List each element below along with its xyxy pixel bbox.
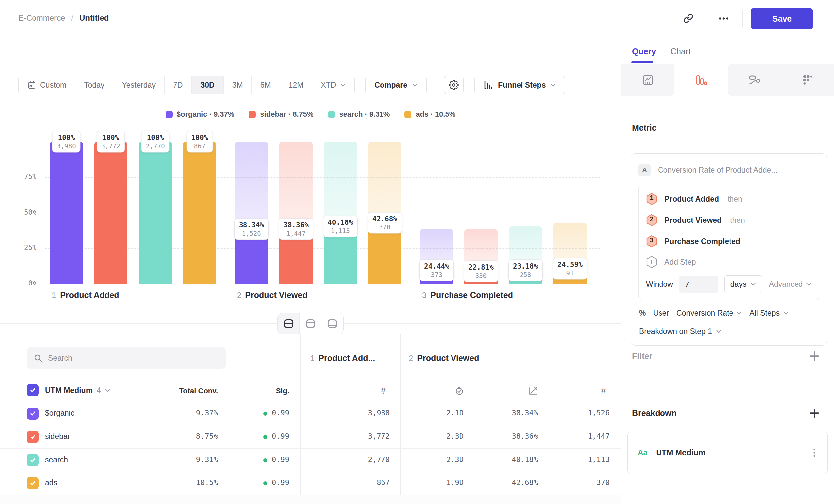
bar-conversion-pct: 22.81% [468, 263, 493, 271]
check-icon [29, 480, 36, 486]
check-icon [29, 434, 36, 440]
breadcrumb-project[interactable]: E-Commerce [18, 13, 65, 23]
range-xtd[interactable]: XTD [312, 76, 354, 94]
chevron-down-icon [806, 282, 812, 286]
more-options-button[interactable] [716, 10, 731, 26]
table-only-view-button[interactable] [322, 313, 343, 334]
split-view-button[interactable] [278, 313, 300, 334]
query-step-row[interactable]: 1Product Addedthen [639, 188, 819, 210]
compare-button[interactable]: Compare [365, 76, 426, 94]
conv-rate-column-icon[interactable] [528, 386, 538, 397]
tab-retention[interactable] [781, 64, 834, 96]
range-7d[interactable]: 7D [164, 76, 192, 94]
window-unit-select[interactable]: days [724, 275, 763, 293]
bar-conversion-pct: 100% [101, 134, 120, 142]
count-column-icon[interactable]: # [381, 386, 386, 396]
add-step-button[interactable]: Add Step [639, 252, 819, 272]
legend-item[interactable]: sidebar · 8.75% [249, 110, 313, 119]
step1-count: 3,980 [368, 409, 390, 417]
range-label: 30D [200, 81, 214, 90]
table-row[interactable]: $organic9.37%0.993,9802.1D38.34%1,526 [0, 402, 621, 425]
breakdown-on-selector[interactable]: Breakdown on Step 1 [638, 327, 819, 338]
tab-chart[interactable]: Chart [671, 47, 691, 56]
metric-summary-row[interactable]: A Conversion Rate of Product Adde... [638, 161, 819, 179]
avg-time-column-icon[interactable] [455, 386, 464, 397]
funnel-bar[interactable] [368, 223, 401, 283]
count-column-icon[interactable]: # [601, 386, 606, 396]
window-value-input[interactable] [679, 276, 718, 293]
top-bar: E-Commerce / Untitled Save [0, 0, 834, 38]
funnel-bar[interactable] [324, 227, 357, 283]
tab-insights[interactable] [621, 64, 675, 96]
table-row[interactable]: ads10.5%0.998671.9D42.68%370 [0, 472, 621, 495]
report-type-tabs [621, 64, 834, 96]
funnel-bar[interactable] [279, 229, 312, 283]
chart-type-button[interactable]: Funnel Steps [475, 76, 565, 94]
gridline [45, 212, 600, 213]
breakdown-item[interactable]: Aa UTM Medium [627, 431, 828, 475]
table-footer [0, 495, 621, 504]
step1-count: 3,772 [368, 432, 390, 440]
tab-funnels[interactable] [675, 64, 727, 96]
range-custom[interactable]: Custom [19, 76, 75, 94]
step-number: 2 [646, 215, 657, 223]
steps-scope-selector[interactable]: All Steps [749, 309, 789, 318]
search-input[interactable] [48, 354, 218, 363]
add-breakdown-button[interactable] [809, 408, 819, 418]
step2-conv-rate: 40.18% [512, 455, 538, 463]
entity-selector[interactable]: User [653, 309, 669, 318]
range-6m[interactable]: 6M [252, 76, 280, 94]
query-step-row[interactable]: 3Purchase Completed [639, 231, 819, 252]
sig-value: 0.99 [272, 409, 289, 417]
range-label: 7D [173, 81, 183, 90]
funnel-bar[interactable] [509, 270, 542, 283]
tab-flows[interactable] [728, 64, 781, 96]
chevron-down-icon [550, 83, 556, 87]
save-button[interactable]: Save [751, 8, 813, 29]
view-layout-toggle [277, 313, 344, 334]
range-30d[interactable]: 30D [192, 76, 223, 94]
entity-label: User [653, 309, 669, 318]
range-today[interactable]: Today [75, 76, 113, 94]
tab-query[interactable]: Query [632, 47, 656, 56]
ellipsis-icon [719, 17, 728, 20]
sig-header[interactable]: Sig. [276, 387, 289, 395]
legend-item[interactable]: ads · 10.5% [404, 110, 456, 119]
range-yesterday[interactable]: Yesterday [113, 76, 164, 94]
funnel-bar[interactable] [464, 271, 498, 283]
advanced-toggle[interactable]: Advanced [769, 280, 812, 289]
breakdown-column-header[interactable]: UTM Medium 4 [45, 386, 110, 395]
table-step2-header[interactable]: 2 Product Viewed [409, 353, 479, 363]
table-step1-header[interactable]: 1 Product Add... [310, 353, 375, 363]
select-all-checkbox[interactable] [26, 384, 39, 396]
table-row[interactable]: search9.31%0.992,7702.3D40.18%1,113 [0, 448, 621, 472]
breadcrumb-report-title[interactable]: Untitled [79, 13, 109, 23]
funnel-bar[interactable] [139, 142, 172, 283]
legend-item[interactable]: $organic · 9.37% [166, 110, 235, 119]
funnel-bar[interactable] [50, 142, 83, 283]
sig-value: 0.99 [272, 432, 289, 440]
funnel-bar[interactable] [235, 229, 268, 283]
legend-item[interactable]: search · 9.31% [328, 110, 390, 119]
row-checkbox[interactable] [26, 408, 39, 420]
table-row[interactable]: sidebar8.75%0.993,7722.3D38.36%1,447 [0, 425, 621, 448]
funnel-bar[interactable] [420, 270, 453, 283]
metric-type-selector[interactable]: Conversion Rate [676, 309, 742, 318]
funnel-bar[interactable] [553, 269, 587, 283]
range-3m[interactable]: 3M [224, 76, 252, 94]
row-checkbox[interactable] [26, 431, 39, 443]
range-12m[interactable]: 12M [280, 76, 312, 94]
row-name: $organic [45, 409, 74, 418]
row-checkbox[interactable] [26, 454, 39, 466]
funnel-bar[interactable] [183, 142, 216, 283]
kebab-menu-icon[interactable] [811, 448, 817, 458]
total-conv-header[interactable]: Total Conv. [179, 387, 218, 395]
query-step-row[interactable]: 2Product Viewedthen [639, 210, 819, 231]
chart-only-view-button[interactable] [300, 313, 322, 334]
retention-icon [802, 74, 814, 86]
funnel-bar[interactable] [94, 142, 127, 283]
row-checkbox[interactable] [26, 477, 39, 489]
copy-link-button[interactable] [681, 10, 696, 26]
chart-settings-button[interactable] [444, 76, 464, 94]
add-filter-button[interactable] [809, 351, 819, 361]
